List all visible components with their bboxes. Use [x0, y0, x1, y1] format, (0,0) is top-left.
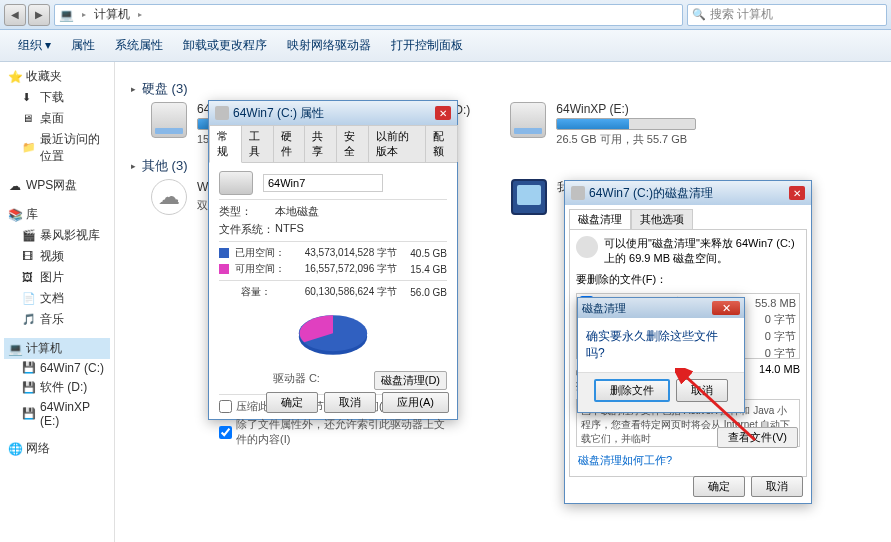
search-placeholder: 搜索 计算机	[710, 6, 773, 23]
delete-files-button[interactable]: 删除文件	[594, 379, 670, 402]
index-checkbox[interactable]	[219, 426, 232, 439]
sidebar-item-drive-e[interactable]: 💾64WinXP (E:)	[4, 398, 110, 430]
drive-icon	[151, 102, 187, 138]
file-size: 0 字节	[765, 346, 796, 359]
toolbar-control-panel[interactable]: 打开控制面板	[381, 33, 473, 58]
dialog-titlebar[interactable]: 64Win7 (C:)的磁盘清理 ✕	[565, 181, 811, 205]
ok-button[interactable]: 确定	[266, 392, 318, 413]
sidebar-libraries-head[interactable]: 📚库	[4, 204, 110, 225]
sidebar-item-videos[interactable]: 🎞视频	[4, 246, 110, 267]
dialog-title: 64Win7 (C:) 属性	[233, 105, 324, 122]
filesystem-label: 文件系统：	[219, 222, 275, 237]
file-size: 0 字节	[765, 329, 796, 344]
tab-sharing[interactable]: 共享	[304, 125, 337, 162]
tab-hardware[interactable]: 硬件	[273, 125, 306, 162]
address-bar: ◀ ▶ 💻 ▸ 计算机 ▸ 🔍 搜索 计算机	[0, 0, 891, 30]
video-icon: 🎬	[22, 229, 36, 243]
gain-value: 14.0 MB	[759, 363, 800, 378]
recent-icon: 📁	[22, 141, 36, 155]
tab-general[interactable]: 常规	[209, 125, 242, 163]
cancel-button[interactable]: 取消	[676, 379, 728, 402]
video-icon: 🎞	[22, 250, 36, 264]
sidebar-network-head[interactable]: 🌐网络	[4, 438, 110, 459]
free-label: 可用空间：	[235, 262, 285, 276]
used-swatch-icon	[219, 248, 229, 258]
usage-pie-chart	[288, 305, 378, 365]
close-button[interactable]: ✕	[712, 301, 740, 315]
toolbar-map-drive[interactable]: 映射网络驱动器	[277, 33, 381, 58]
tab-previous[interactable]: 以前的版本	[368, 125, 426, 162]
close-button[interactable]: ✕	[435, 106, 451, 120]
compress-checkbox[interactable]	[219, 400, 232, 413]
drive-name-input[interactable]	[263, 174, 383, 192]
info-icon	[576, 236, 598, 258]
sidebar: ⭐收藏夹 ⬇下载 🖥桌面 📁最近访问的位置 ☁WPS网盘 📚库 🎬暴风影视库 🎞…	[0, 62, 115, 542]
toolbar-organize[interactable]: 组织 ▾	[8, 33, 61, 58]
sidebar-wps-head[interactable]: ☁WPS网盘	[4, 175, 110, 196]
capacity-gb: 56.0 GB	[403, 287, 447, 298]
sidebar-item-storm[interactable]: 🎬暴风影视库	[4, 225, 110, 246]
help-link[interactable]: 磁盘清理如何工作?	[578, 453, 672, 468]
used-bytes: 43,573,014,528 字节	[291, 246, 397, 260]
forward-button[interactable]: ▶	[28, 4, 50, 26]
chevron-right-icon: ▸	[82, 10, 86, 19]
search-icon: 🔍	[692, 8, 706, 21]
tab-tools[interactable]: 工具	[241, 125, 274, 162]
tab-cleanup[interactable]: 磁盘清理	[569, 209, 631, 230]
network-icon: 🌐	[8, 442, 22, 456]
toolbar-properties[interactable]: 属性	[61, 33, 105, 58]
cleanup-info-text: 可以使用"磁盘清理"来释放 64Win7 (C:) 上的 69.9 MB 磁盘空…	[604, 236, 800, 266]
cancel-button[interactable]: 取消	[751, 476, 803, 497]
disk-cleanup-button[interactable]: 磁盘清理(D)	[374, 371, 447, 390]
ok-button[interactable]: 确定	[693, 476, 745, 497]
sidebar-computer-head[interactable]: 💻计算机	[4, 338, 110, 359]
sidebar-item-documents[interactable]: 📄文档	[4, 288, 110, 309]
file-size: 55.8 MB	[755, 297, 796, 309]
drive-info: 26.5 GB 可用，共 55.7 GB	[556, 132, 696, 147]
search-input[interactable]: 🔍 搜索 计算机	[687, 4, 887, 26]
nav-buttons: ◀ ▶	[4, 4, 50, 26]
close-button[interactable]: ✕	[789, 186, 805, 200]
view-files-button[interactable]: 查看文件(V)	[717, 427, 798, 448]
confirm-message: 确实要永久删除这些文件吗?	[578, 318, 744, 372]
sidebar-item-drive-d[interactable]: 💾软件 (D:)	[4, 377, 110, 398]
sidebar-item-downloads[interactable]: ⬇下载	[4, 87, 110, 108]
download-icon: ⬇	[22, 91, 36, 105]
sidebar-item-pictures[interactable]: 🖼图片	[4, 267, 110, 288]
tab-body-general: 类型：本地磁盘 文件系统：NTFS 已用空间：43,573,014,528 字节…	[209, 163, 457, 458]
drive-icon	[510, 102, 546, 138]
sidebar-item-recent[interactable]: 📁最近访问的位置	[4, 129, 110, 167]
back-button[interactable]: ◀	[4, 4, 26, 26]
dialog-title: 磁盘清理	[582, 301, 626, 316]
sidebar-favorites-head[interactable]: ⭐收藏夹	[4, 66, 110, 87]
drive-e[interactable]: 64WinXP (E:) 26.5 GB 可用，共 55.7 GB	[510, 102, 696, 147]
music-icon: 🎵	[22, 313, 36, 327]
tab-more-options[interactable]: 其他选项	[631, 209, 693, 230]
drive-icon	[219, 171, 253, 195]
toolbar-system-properties[interactable]: 系统属性	[105, 33, 173, 58]
sidebar-item-drive-c[interactable]: 💾64Win7 (C:)	[4, 359, 110, 377]
confirm-dialog: 磁盘清理 ✕ 确实要永久删除这些文件吗? 删除文件 取消	[577, 297, 745, 413]
tab-security[interactable]: 安全	[336, 125, 369, 162]
tab-quota[interactable]: 配额	[425, 125, 458, 162]
sidebar-item-desktop[interactable]: 🖥桌面	[4, 108, 110, 129]
used-gb: 40.5 GB	[403, 248, 447, 259]
type-value: 本地磁盘	[275, 204, 447, 219]
path-segment[interactable]: 计算机	[94, 6, 130, 23]
address-path[interactable]: 💻 ▸ 计算机 ▸	[54, 4, 683, 26]
file-size: 0 字节	[765, 312, 796, 327]
phone-icon	[511, 179, 547, 215]
index-label: 除了文件属性外，还允许索引此驱动器上文件的内容(I)	[236, 417, 447, 447]
dialog-titlebar[interactable]: 64Win7 (C:) 属性 ✕	[209, 101, 457, 125]
toolbar-uninstall[interactable]: 卸载或更改程序	[173, 33, 277, 58]
apply-button[interactable]: 应用(A)	[382, 392, 449, 413]
cancel-button[interactable]: 取消	[324, 392, 376, 413]
sidebar-item-music[interactable]: 🎵音乐	[4, 309, 110, 330]
library-icon: 📚	[8, 208, 22, 222]
drive-icon: 💾	[22, 361, 36, 375]
dialog-titlebar[interactable]: 磁盘清理 ✕	[578, 298, 744, 318]
free-bytes: 16,557,572,096 字节	[291, 262, 397, 276]
type-label: 类型：	[219, 204, 275, 219]
toolbar: 组织 ▾ 属性 系统属性 卸载或更改程序 映射网络驱动器 打开控制面板	[0, 30, 891, 62]
section-hard-drives[interactable]: 硬盘 (3)	[131, 80, 875, 98]
